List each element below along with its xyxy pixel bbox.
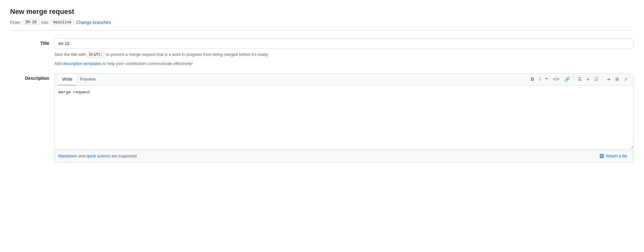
code-button[interactable]: </> bbox=[551, 75, 561, 83]
description-form-content: Write Preview B I ❝ </> 🔗 bbox=[54, 73, 634, 163]
title-label: Title bbox=[10, 38, 54, 67]
task-list-button[interactable]: ☑ bbox=[593, 75, 600, 83]
quote-icon: ❝ bbox=[546, 77, 548, 82]
description-templates-link[interactable]: description templates bbox=[63, 61, 102, 66]
editor-footer: Markdown and quick actions are supported… bbox=[55, 149, 634, 162]
branch-info: From IM-10 into mainline Change branches bbox=[10, 20, 634, 25]
link-button[interactable]: 🔗 bbox=[563, 75, 572, 83]
attach-file-button[interactable]: 🖼 Attach a file bbox=[597, 152, 630, 160]
table-button[interactable]: ⊞ bbox=[613, 75, 621, 83]
title-form-content: Start the title with Draft: to prevent a… bbox=[54, 38, 634, 67]
description-editor: Write Preview B I ❝ </> 🔗 bbox=[54, 73, 634, 163]
fullscreen-icon: ⤢ bbox=[624, 77, 628, 82]
from-label: From bbox=[10, 20, 21, 25]
target-branch-badge: mainline bbox=[50, 20, 74, 25]
draft-hint: Start the title with Draft: to prevent a… bbox=[54, 51, 634, 58]
draft-keyword-badge: Draft: bbox=[87, 52, 105, 58]
editor-footer-left: Markdown and quick actions are supported bbox=[58, 154, 137, 158]
unordered-list-button[interactable]: ☰ bbox=[576, 75, 584, 83]
indent-button[interactable]: ⇥ bbox=[605, 75, 612, 83]
ordered-list-button[interactable]: ≡ bbox=[585, 75, 591, 83]
markdown-link[interactable]: Markdown bbox=[58, 154, 77, 158]
toolbar-divider-2 bbox=[602, 77, 603, 82]
description-hint-suffix: to help your contributors communicate ef… bbox=[102, 61, 193, 66]
tab-write[interactable]: Write bbox=[58, 73, 76, 85]
into-label: into bbox=[41, 20, 49, 25]
link-icon: 🔗 bbox=[564, 77, 570, 82]
table-icon: ⊞ bbox=[615, 77, 619, 82]
description-textarea[interactable]: merge request bbox=[55, 85, 634, 149]
title-input[interactable] bbox=[54, 38, 634, 49]
draft-hint-prefix: Start the title with bbox=[54, 52, 87, 57]
bold-button[interactable]: B bbox=[529, 75, 536, 83]
attach-file-label: Attach a file bbox=[606, 154, 627, 158]
page-title: New merge request bbox=[10, 8, 634, 16]
toolbar-divider-1 bbox=[574, 77, 574, 82]
indent-icon: ⇥ bbox=[606, 77, 610, 82]
editor-tabs-bar: Write Preview B I ❝ </> 🔗 bbox=[55, 73, 634, 85]
description-label: Description bbox=[10, 73, 54, 163]
tab-preview[interactable]: Preview bbox=[76, 73, 99, 85]
quote-button[interactable]: ❝ bbox=[544, 75, 550, 83]
editor-toolbar: B I ❝ </> 🔗 ☰ ≡ bbox=[529, 75, 630, 83]
fullscreen-button[interactable]: ⤢ bbox=[622, 75, 630, 83]
unordered-list-icon: ☰ bbox=[578, 77, 582, 82]
ordered-list-icon: ≡ bbox=[587, 77, 589, 82]
draft-hint-suffix: to prevent a merge request that is a wor… bbox=[105, 52, 269, 57]
code-icon: </> bbox=[553, 77, 559, 82]
source-branch-badge: IM-10 bbox=[22, 20, 39, 25]
task-list-icon: ☑ bbox=[594, 77, 599, 82]
section-divider bbox=[10, 30, 634, 31]
attach-icon: 🖼 bbox=[599, 154, 604, 159]
quick-actions-link[interactable]: quick actions bbox=[86, 154, 110, 158]
and-text: and bbox=[77, 154, 86, 158]
are-supported-text: are supported bbox=[110, 154, 137, 158]
description-hint-prefix: Add bbox=[54, 61, 63, 66]
description-templates-hint: Add description templates to help your c… bbox=[54, 61, 634, 67]
change-branches-link[interactable]: Change branches bbox=[76, 20, 111, 25]
description-section: Description Write Preview B I ❝ </> 🔗 bbox=[10, 73, 634, 163]
title-section: Title Start the title with Draft: to pre… bbox=[10, 38, 634, 67]
italic-button[interactable]: I bbox=[537, 75, 542, 83]
